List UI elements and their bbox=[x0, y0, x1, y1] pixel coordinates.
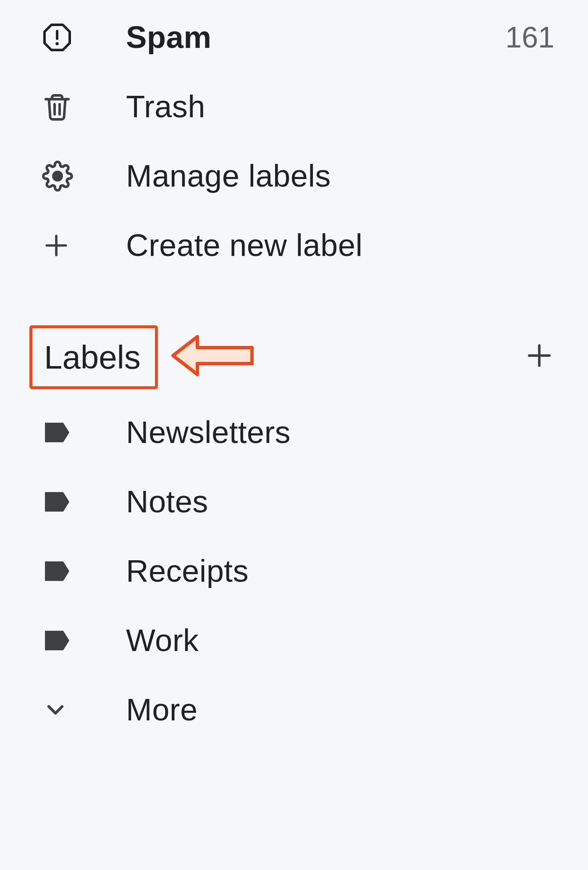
add-label-button[interactable] bbox=[524, 340, 554, 371]
label-icon bbox=[0, 559, 88, 583]
chevron-down-icon bbox=[0, 696, 88, 723]
label-item-work[interactable]: Work bbox=[0, 606, 588, 675]
labels-section-title: Labels bbox=[44, 338, 141, 377]
labels-section-header: Labels bbox=[0, 318, 588, 393]
label-item-label: Notes bbox=[88, 484, 504, 519]
sidebar-item-label: Trash bbox=[88, 89, 504, 124]
spam-icon bbox=[0, 22, 88, 53]
plus-icon bbox=[0, 231, 88, 260]
sidebar-item-spam[interactable]: Spam 161 bbox=[0, 3, 588, 72]
label-icon bbox=[0, 490, 88, 514]
label-item-notes[interactable]: Notes bbox=[0, 467, 588, 536]
label-item-receipts[interactable]: Receipts bbox=[0, 536, 588, 606]
sidebar-item-trash[interactable]: Trash bbox=[0, 72, 588, 141]
labels-more-label: More bbox=[88, 692, 504, 728]
gear-icon bbox=[0, 161, 88, 192]
svg-point-2 bbox=[55, 42, 59, 45]
sidebar-item-manage-labels[interactable]: Manage labels bbox=[0, 141, 588, 211]
mail-sidebar: Spam 161 Trash Manage labels bbox=[0, 0, 588, 744]
sidebar-item-count: 161 bbox=[504, 21, 588, 54]
label-icon bbox=[0, 420, 88, 445]
annotation-arrow-icon bbox=[168, 332, 256, 379]
labels-more[interactable]: More bbox=[0, 675, 588, 744]
sidebar-item-create-label[interactable]: Create new label bbox=[0, 211, 588, 280]
label-icon bbox=[0, 628, 88, 653]
label-item-newsletters[interactable]: Newsletters bbox=[0, 398, 588, 467]
label-item-label: Newsletters bbox=[88, 414, 504, 450]
sidebar-item-label: Create new label bbox=[88, 227, 504, 263]
labels-title-highlight: Labels bbox=[29, 325, 158, 389]
trash-icon bbox=[0, 92, 88, 122]
label-item-label: Receipts bbox=[88, 553, 504, 589]
sidebar-item-label: Spam bbox=[88, 19, 504, 55]
svg-point-5 bbox=[53, 172, 62, 180]
sidebar-item-label: Manage labels bbox=[88, 158, 504, 194]
label-item-label: Work bbox=[88, 622, 504, 658]
